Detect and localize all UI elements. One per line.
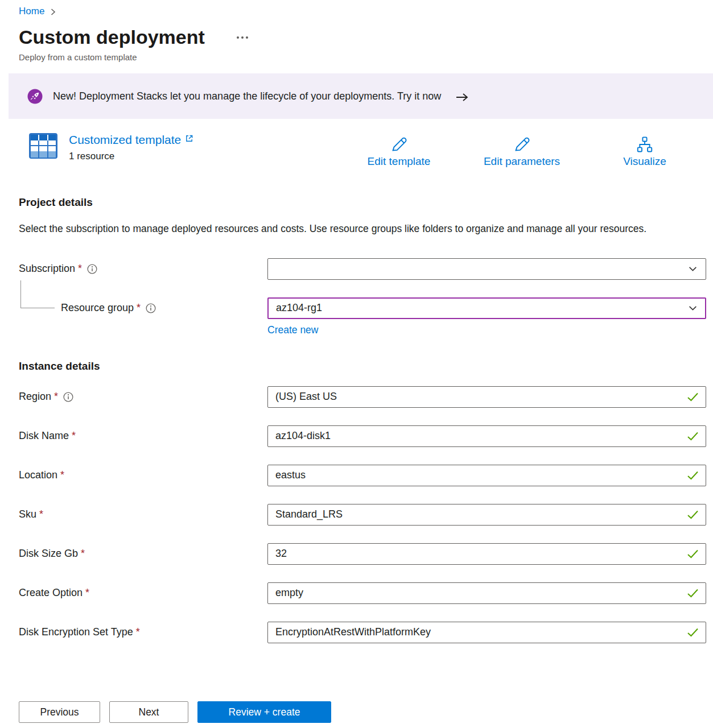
field-resource-group: Resource group * az104-rg1 (19, 297, 706, 319)
announcement-banner[interactable]: New! Deployment Stacks let you manage th… (9, 73, 713, 119)
subscription-dropdown[interactable] (267, 258, 706, 280)
instance-details-heading: Instance details (19, 360, 706, 373)
breadcrumb-chevron-icon (50, 8, 56, 16)
field-sku: Sku * (19, 504, 706, 526)
valid-check-icon (687, 510, 699, 519)
location-input[interactable] (267, 465, 706, 486)
customized-template-link[interactable]: Customized template (69, 133, 193, 147)
previous-button[interactable]: Previous (19, 701, 100, 723)
info-icon[interactable] (63, 392, 73, 402)
pencil-icon (513, 135, 531, 154)
rocket-icon (27, 89, 43, 104)
create-option-input[interactable] (267, 582, 706, 604)
info-icon[interactable] (146, 303, 156, 313)
project-details-heading: Project details (19, 196, 706, 209)
valid-check-icon (687, 392, 699, 402)
page-subtitle: Deploy from a custom template (19, 52, 706, 62)
disk-name-label: Disk Name (19, 430, 69, 442)
valid-check-icon (687, 470, 699, 480)
disk-size-gb-input[interactable] (267, 543, 706, 565)
required-marker: * (39, 508, 43, 520)
required-marker: * (60, 469, 64, 481)
disk-name-input[interactable] (267, 425, 706, 447)
chevron-down-icon (688, 264, 698, 274)
project-details-description: Select the subscription to manage deploy… (19, 220, 679, 238)
create-new-link[interactable]: Create new (267, 324, 319, 336)
more-options-icon[interactable] (234, 32, 250, 43)
field-create-option: Create Option * (19, 582, 706, 604)
field-disk-name: Disk Name * (19, 425, 706, 447)
flowchart-icon (635, 135, 654, 154)
region-input[interactable] (267, 386, 706, 408)
field-subscription: Subscription * (19, 258, 706, 280)
custom-deployment-page: Home Custom deployment Deploy from a cus… (0, 0, 713, 643)
valid-check-icon (687, 549, 699, 559)
edit-template-button[interactable]: Edit template (337, 133, 460, 168)
external-link-icon (185, 134, 193, 143)
arrow-right-icon (456, 93, 468, 102)
valid-check-icon (687, 588, 699, 598)
template-resource-count: 1 resource (69, 151, 193, 162)
resource-group-value: az104-rg1 (276, 302, 322, 314)
footer-action-bar: Previous Next Review + create (0, 697, 713, 728)
valid-check-icon (687, 627, 699, 637)
required-marker: * (85, 587, 89, 599)
required-marker: * (72, 430, 76, 442)
breadcrumb: Home (19, 6, 706, 17)
disk-encryption-set-type-input[interactable] (267, 622, 706, 643)
required-marker: * (54, 391, 58, 403)
template-icon (29, 133, 57, 162)
info-icon[interactable] (87, 264, 97, 274)
required-marker: * (136, 626, 140, 638)
pencil-icon (390, 135, 408, 154)
page-title: Custom deployment (19, 26, 205, 48)
resource-group-label: Resource group (61, 302, 134, 314)
field-disk-size-gb: Disk Size Gb * (19, 543, 706, 565)
field-region: Region * (19, 386, 706, 408)
review-create-button[interactable]: Review + create (197, 701, 331, 723)
disk-encryption-set-type-label: Disk Encryption Set Type (19, 626, 133, 638)
disk-size-gb-label: Disk Size Gb (19, 548, 78, 560)
required-marker: * (81, 548, 85, 560)
edit-parameters-button[interactable]: Edit parameters (460, 133, 583, 168)
sku-label: Sku (19, 508, 36, 520)
next-button[interactable]: Next (109, 701, 188, 723)
resource-group-dropdown[interactable]: az104-rg1 (267, 297, 706, 319)
field-location: Location * (19, 465, 706, 486)
chevron-down-icon (688, 303, 698, 313)
banner-message: New! Deployment Stacks let you manage th… (53, 90, 441, 102)
visualize-button[interactable]: Visualize (583, 133, 706, 168)
breadcrumb-home-link[interactable]: Home (19, 6, 44, 17)
hierarchy-connector-line (20, 280, 55, 308)
required-marker: * (137, 302, 141, 314)
valid-check-icon (687, 431, 699, 441)
sku-input[interactable] (267, 504, 706, 526)
create-option-label: Create Option (19, 587, 83, 599)
region-label: Region (19, 391, 51, 403)
subscription-label: Subscription (19, 263, 75, 275)
field-disk-encryption-set-type: Disk Encryption Set Type * (19, 622, 706, 643)
required-marker: * (78, 263, 82, 275)
template-summary-row: Customized template 1 resource (29, 133, 706, 168)
location-label: Location (19, 469, 57, 481)
